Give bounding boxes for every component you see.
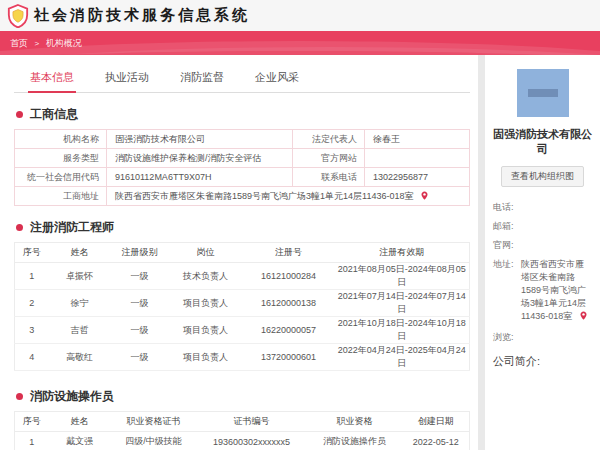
cell: 16220000057 — [243, 317, 335, 344]
map-pin-icon[interactable] — [420, 190, 429, 203]
table-row: 服务类型 消防设施维护保养检测/消防安全评估 官方网站 — [15, 149, 470, 168]
tab-company-showcase[interactable]: 企业风采 — [253, 63, 301, 92]
phone-value — [521, 201, 592, 214]
breadcrumb: 首页 > 机构概况 — [0, 31, 600, 55]
breadcrumb-current: 机构概况 — [46, 38, 82, 48]
business-info-table: 机构名称 固强消防技术有限公司 法定代表人 徐春王 服务类型 消防设施维护保养检… — [14, 129, 470, 206]
address-value: 陕西省西安市雁塔区朱雀南路1589号南飞鸿广场3幢1单元14层11436-018… — [115, 191, 413, 201]
cell: 吉哲 — [49, 317, 111, 344]
shield-logo-icon — [7, 4, 29, 28]
col-header: 职业资格证书 — [111, 412, 197, 432]
section-title: 工商信息 — [30, 106, 78, 123]
table-header-row: 序号 姓名 注册级别 岗位 注册号 注册有效期 — [15, 243, 470, 263]
address-label: 工商地址 — [15, 187, 107, 206]
bullet-dot-icon — [16, 224, 23, 231]
section-facility-operators: 消防设施操作员 — [16, 388, 470, 405]
section-title: 注册消防工程师 — [30, 219, 114, 236]
legal-rep-label: 法定代表人 — [293, 130, 365, 149]
website-label: 官方网站 — [293, 149, 365, 168]
cell: 消防设施操作员 — [307, 432, 403, 450]
table-row: 工商地址 陕西省西安市雁塔区朱雀南路1589号南飞鸿广场3幢1单元14层1143… — [15, 187, 470, 206]
cell: 项目负责人 — [169, 317, 243, 344]
col-header: 注册级别 — [111, 243, 169, 263]
cell: 13720000601 — [243, 344, 335, 371]
cell: 2022年04月24日-2025年04月24日 — [335, 344, 470, 371]
breadcrumb-home-link[interactable]: 首页 — [10, 38, 28, 48]
cell: 16121000284 — [243, 263, 335, 290]
cell: 徐宁 — [49, 290, 111, 317]
col-header: 岗位 — [169, 243, 243, 263]
contact-phone-value: 13022956877 — [365, 168, 470, 187]
cell: 高敬红 — [49, 344, 111, 371]
legal-rep-value: 徐春王 — [365, 130, 470, 149]
email-label: 邮箱: — [493, 220, 521, 233]
service-type-label: 服务类型 — [15, 149, 107, 168]
website-label: 官网: — [493, 239, 521, 252]
cell: 2021年07月14日-2024年07月14日 — [335, 290, 470, 317]
cell: 一级 — [111, 317, 169, 344]
cell: 戴文强 — [49, 432, 111, 450]
breadcrumb-banner: 首页 > 机构概况 — [0, 31, 600, 55]
col-header: 证书编号 — [197, 412, 307, 432]
col-header: 序号 — [15, 243, 49, 263]
engineers-table: 序号 姓名 注册级别 岗位 注册号 注册有效期 1 卓振怀 一级 技术负责人 1… — [14, 242, 470, 371]
credit-code-label: 统一社会信用代码 — [15, 168, 107, 187]
credit-code-value: 91610112MA6TT9X07H — [107, 168, 293, 187]
sidebar-website-row: 官网: — [493, 239, 592, 252]
cell: 技术负责人 — [169, 263, 243, 290]
sidebar-address-row: 地址: 陕西省西安市雁塔区朱雀南路1589号南飞鸿广场3幢1单元14层11436… — [493, 258, 592, 325]
app-header: 社会消防技术服务信息系统 — [0, 0, 600, 31]
section-fire-engineers: 注册消防工程师 — [16, 219, 470, 236]
table-row: 3 吉哲 一级 项目负责人 16220000057 2021年10月18日-20… — [15, 317, 470, 344]
cell: 一级 — [111, 344, 169, 371]
cell: 一级 — [111, 263, 169, 290]
cell: 2022-05-12 — [403, 432, 470, 450]
sidebar-phone-row: 电话: — [493, 201, 592, 214]
cell: 1 — [15, 432, 49, 450]
table-row: 机构名称 固强消防技术有限公司 法定代表人 徐春王 — [15, 130, 470, 149]
views-label: 浏览: — [493, 331, 521, 344]
main-content: 基本信息 执业活动 消防监督 企业风采 工商信息 机构名称 固强消防技术有限公司… — [0, 55, 478, 450]
cell: 16120000138 — [243, 290, 335, 317]
company-name: 固强消防技术有限公司 — [493, 127, 592, 157]
breadcrumb-separator: > — [35, 39, 40, 48]
col-header: 序号 — [15, 412, 49, 432]
table-row: 统一社会信用代码 91610112MA6TT9X07H 联系电话 1302295… — [15, 168, 470, 187]
bullet-dot-icon — [16, 111, 23, 118]
sidebar-views-row: 浏览: — [493, 331, 592, 344]
cell: 193600302xxxxxx5 — [197, 432, 307, 450]
col-header: 姓名 — [49, 412, 111, 432]
org-name-value: 固强消防技术有限公司 — [107, 130, 293, 149]
org-name-label: 机构名称 — [15, 130, 107, 149]
col-header: 注册有效期 — [335, 243, 470, 263]
table-row: 1 戴文强 四级/中级技能 193600302xxxxxx5 消防设施操作员 2… — [15, 432, 470, 450]
address-label: 地址: — [493, 258, 521, 325]
app-title: 社会消防技术服务信息系统 — [34, 6, 250, 25]
address-cell: 陕西省西安市雁塔区朱雀南路1589号南飞鸿广场3幢1单元14层11436-018… — [107, 187, 470, 206]
content-gutter — [478, 55, 485, 450]
cell: 2 — [15, 290, 49, 317]
email-value — [521, 220, 592, 233]
views-value — [521, 331, 592, 344]
contact-phone-label: 联系电话 — [293, 168, 365, 187]
cell: 卓振怀 — [49, 263, 111, 290]
col-header: 职业资格 — [307, 412, 403, 432]
col-header: 姓名 — [49, 243, 111, 263]
cell: 1 — [15, 263, 49, 290]
tab-fire-supervision[interactable]: 消防监督 — [178, 63, 226, 92]
table-row: 2 徐宁 一级 项目负责人 16120000138 2021年07月14日-20… — [15, 290, 470, 317]
map-pin-icon[interactable] — [579, 310, 588, 325]
cell: 3 — [15, 317, 49, 344]
bullet-dot-icon — [16, 393, 23, 400]
tab-basic-info[interactable]: 基本信息 — [28, 63, 76, 93]
website-value — [365, 149, 470, 168]
tab-practice-activity[interactable]: 执业活动 — [103, 63, 151, 92]
address-value: 陕西省西安市雁塔区朱雀南路1589号南飞鸿广场3幢1单元14层11436-018… — [521, 258, 592, 325]
operators-table: 序号 姓名 职业资格证书 证书编号 职业资格 创建日期 1 戴文强 四级/中级技… — [14, 411, 470, 450]
view-org-chart-button[interactable]: 查看机构组织图 — [501, 166, 584, 187]
cell: 4 — [15, 344, 49, 371]
cell: 一级 — [111, 290, 169, 317]
section-business-info: 工商信息 — [16, 106, 470, 123]
table-header-row: 序号 姓名 职业资格证书 证书编号 职业资格 创建日期 — [15, 412, 470, 432]
service-type-value: 消防设施维护保养检测/消防安全评估 — [107, 149, 293, 168]
